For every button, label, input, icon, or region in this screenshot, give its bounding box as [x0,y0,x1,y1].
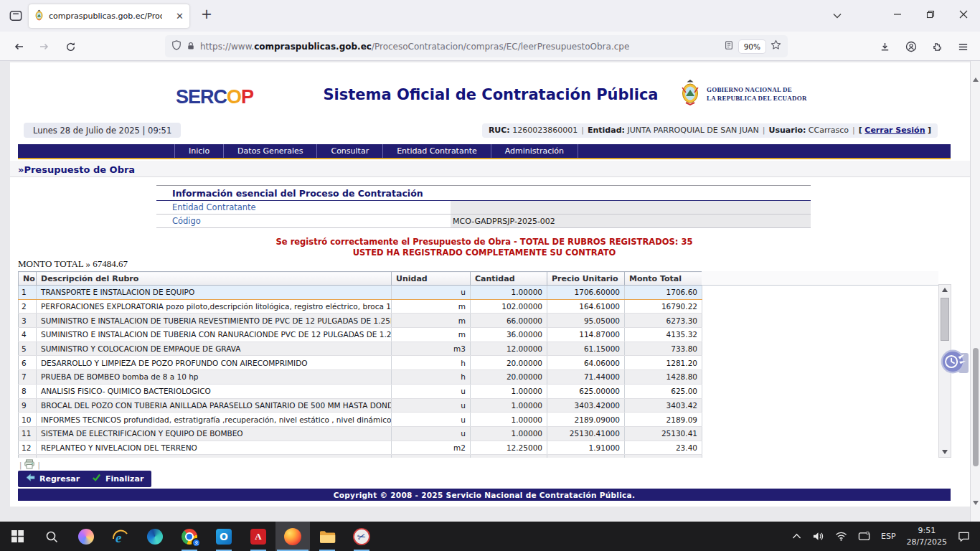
table-row[interactable]: 10 INFORMES TECNICOS profundidad, estrat… [19,413,702,427]
datetime-badge: Lunes 28 de Julio de 2025 | 09:51 [24,123,181,138]
taskbar-edge-icon[interactable] [138,522,172,551]
bookmark-star-icon[interactable] [771,39,781,53]
session-bar: RUC: 1260023860001|Entidad: JUNTA PARROQ… [482,123,938,138]
taskbar-firefox-icon[interactable] [275,522,310,551]
table-row[interactable]: 1 TRANSPORTE E INSTALACION DE EQUIPO u 1… [19,286,702,300]
finalizar-button[interactable]: Finalizar [84,471,151,487]
nav-item-inicio[interactable]: Inicio [174,144,223,158]
table-row[interactable]: 12 REPLANTEO Y NIVELACION DEL TERRENO m2… [19,441,702,455]
nav-item-consultar[interactable]: Consultar [316,144,382,158]
new-tab-button[interactable]: + [201,6,212,22]
time-tracker-overlay-icon[interactable] [940,348,967,378]
downloads-icon[interactable] [875,37,894,56]
col-cantidad: Cantidad [471,272,547,286]
breadcrumb: »Presupuesto de Obra [18,164,135,175]
nav-item-datos-generales[interactable]: Datos Generales [223,144,316,158]
chrome-profile-badge [192,538,201,547]
taskbar-internet-explorer-icon[interactable]: e [103,522,138,551]
table-row[interactable]: 9 BROCAL DEL POZO CON TUBERIA ANILLADA P… [19,398,702,413]
browser-scroll-thumb[interactable] [973,348,979,466]
table-row[interactable]: 5 SUMINISTRO Y COLOCACION DE EMPAQUE DE … [19,342,702,356]
tray-chevron-up-icon[interactable] [789,522,804,551]
screen: compraspublicas.gob.ec/Proce ✕ + [0,0,980,551]
table-row[interactable]: 2 PERFORACIONES EXPLORATORIA pozo piloto… [19,299,702,314]
tray-time: 9:51 [918,526,936,535]
table-row[interactable]: 3 SUMINISTRO E INSTALACION DE TUBERIA RE… [19,314,702,328]
extensions-icon[interactable] [928,37,946,56]
site-footer: Copyright © 2008 - 2025 Servicio Naciona… [18,489,951,501]
shield-icon[interactable] [171,39,182,53]
start-button[interactable] [0,522,34,551]
system-tray: ESP 9:5128/7/2025 [789,522,980,551]
government-logo: GOBIERNO NACIONAL DELA REPUBLICA DEL ECU… [679,79,807,109]
zoom-level-button[interactable]: 90% [739,40,765,53]
success-message-line1: Se registró correctamente el Presupuesto… [18,237,951,248]
browser-tab[interactable]: compraspublicas.gob.ec/Proce ✕ [29,4,189,28]
table-row[interactable]: 6 DESARROLLO Y LIMPIEZA DE POZO PROFUNDO… [19,356,702,370]
taskbar-copilot-icon[interactable] [69,522,103,551]
table-header-filler [702,271,938,286]
table-row[interactable]: 8 ANALISIS FISICO- QUIMICO BACTERIOLOGIC… [19,384,702,398]
svg-text:e: e [116,530,122,545]
print-row: | | [19,459,40,471]
window-restore-button[interactable] [914,0,947,29]
reader-mode-icon[interactable] [724,39,734,53]
url-text[interactable]: https://www.compraspublicas.gob.ec/Proce… [200,42,719,52]
lock-icon[interactable] [187,39,195,53]
breadcrumb-band [10,161,970,177]
print-icon[interactable] [24,459,35,471]
taskbar-acrobat-icon[interactable]: A [241,522,275,551]
main-nav: InicioDatos GeneralesConsultarEntidad Co… [18,144,951,158]
taskbar-file-explorer-icon[interactable] [310,522,344,551]
tray-volume-icon[interactable] [809,522,827,551]
col-descripcion: Descripción del Rubro [37,272,392,286]
taskbar-search-icon[interactable] [34,522,69,551]
reload-icon[interactable] [61,37,80,56]
tray-wifi-icon[interactable] [832,522,850,551]
browser-scroll-up-arrow[interactable] [973,64,979,77]
logout-link[interactable]: Cerrar Sesión [864,126,925,135]
tray-clock[interactable]: 9:5128/7/2025 [904,522,950,551]
browser-scroll-down-arrow[interactable] [973,505,979,519]
tray-display-icon[interactable] [855,522,873,551]
tray-date: 28/7/2025 [907,537,947,547]
list-tabs-chevron-icon[interactable] [826,7,848,24]
scroll-up-arrow[interactable] [939,285,951,295]
windows-taskbar: e O A ✂ ESP [0,522,980,551]
tray-language[interactable]: ESP [878,522,899,551]
nav-item-entidad-contratante[interactable]: Entidad Contratante [382,144,491,158]
window-close-button[interactable] [947,0,980,29]
table-row[interactable]: 7 PRUEBA DE BOMBEO bomba de 8 a 10 hp h … [19,370,702,385]
col-monto-total: Monto Total [625,272,702,286]
web-page: SERCOP Sistema Oficial de Contratación P… [10,62,970,507]
info-row-entidad: Entidad Contratante [156,201,811,215]
back-icon[interactable] [9,37,28,56]
taskbar-snipping-tool-icon[interactable]: ✂ [344,522,379,551]
nav-item-administración[interactable]: Administración [491,144,578,158]
success-message-line2: USTED HA REGISTRADO COMPLETAMENTE SU CON… [18,248,951,258]
firefox-view-icon[interactable] [9,9,22,22]
browser-scrollbar[interactable] [970,61,980,522]
info-row-codigo: Código MCO-GADPRSJP-2025-002 [156,215,811,228]
taskbar-chrome-icon[interactable] [172,522,207,551]
tab-favicon-ecuador-emblem [34,9,44,24]
forward-icon[interactable] [35,37,54,56]
url-bar[interactable]: https://www.compraspublicas.gob.ec/Proce… [165,35,788,57]
table-row[interactable]: 13 EXCAVACION A PULSO [19,455,702,458]
scroll-down-arrow[interactable] [939,447,951,457]
table-row[interactable]: 4 SUMINISTRO E INSTALACION DE TUBERIA CO… [19,328,702,342]
account-icon[interactable] [902,37,920,56]
table-row[interactable]: 11 SISTEMA DE ELECTRIFICACION Y EQUIPO D… [19,426,702,441]
tray-notifications-icon[interactable] [955,522,973,551]
taskbar-outlook-icon[interactable]: O [207,522,241,551]
page-title: Sistema Oficial de Contratación Pública [225,86,756,103]
regresar-button[interactable]: Regresar [18,471,88,487]
ecuador-coat-of-arms-icon [679,79,701,109]
tab-close-icon[interactable]: ✕ [176,11,184,21]
rubros-table-wrap: No Descripción del Rubro Unidad Cantidad… [18,271,938,458]
scroll-thumb[interactable] [941,298,949,341]
process-info-panel: Información esencial del Proceso de Cont… [156,185,811,228]
menu-hamburger-icon[interactable] [953,37,972,56]
window-minimize-button[interactable] [881,0,914,29]
check-icon [92,474,101,484]
